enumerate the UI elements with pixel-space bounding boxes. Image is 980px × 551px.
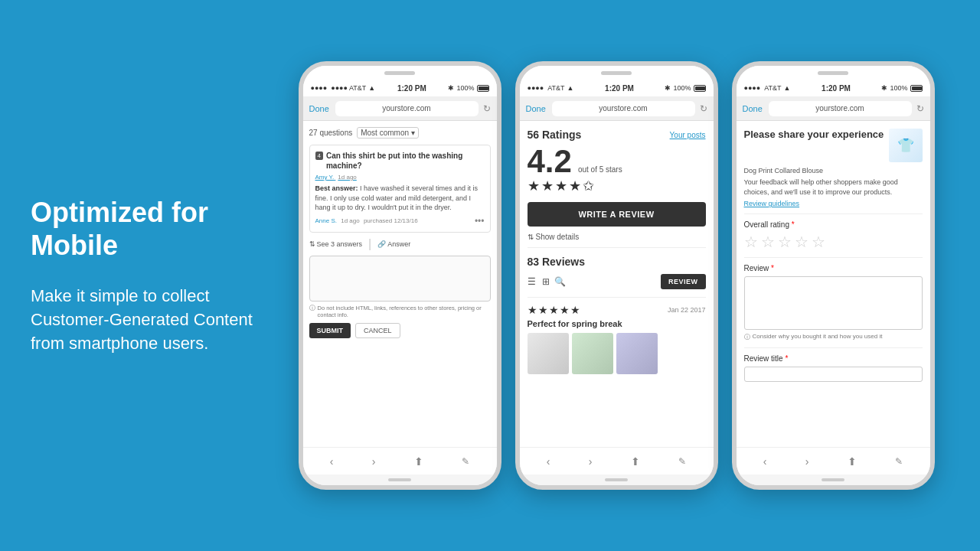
browser-url-bar-1[interactable]: yourstore.com	[335, 101, 479, 116]
your-posts-link[interactable]: Your posts	[670, 131, 706, 139]
left-panel: Optimized for Mobile Make it simple to c…	[31, 196, 260, 356]
time-3: 1:20 PM	[822, 84, 851, 93]
filter-icon-2[interactable]: ⊞	[542, 276, 550, 287]
qa-cancel-button[interactable]: CANCEL	[355, 323, 400, 338]
qa-answer-textarea[interactable]	[309, 256, 491, 302]
share-icon-3[interactable]: ⬆	[848, 455, 857, 468]
qa-disclaimer: ⓘ Do not include HTML, links, references…	[309, 305, 491, 318]
page-title: Optimized for Mobile	[31, 196, 260, 262]
battery-label-2: 100%	[673, 84, 691, 92]
browser-done-1[interactable]: Done	[309, 104, 331, 113]
big-rating-number: 4.2	[528, 145, 572, 178]
browser-url-text-3: yourstore.com	[815, 104, 864, 112]
review-headline: Perfect for spring break	[528, 319, 706, 328]
write-desc: Your feedback will help other shoppers m…	[744, 178, 923, 197]
bluetooth-icon-3: ✱	[881, 84, 887, 92]
phone-browser-bar-2: Done yourstore.com ↻	[520, 96, 714, 121]
time-1: 1:20 PM	[397, 84, 426, 93]
back-icon-2[interactable]: ‹	[547, 455, 550, 468]
forward-icon-3[interactable]: ›	[805, 455, 809, 468]
review-textarea[interactable]	[744, 276, 923, 330]
review-title-label: Review title *	[744, 354, 923, 363]
rev-star-3: ★	[549, 304, 559, 316]
see-answers-link[interactable]: ⇅ See 3 answers	[309, 240, 363, 248]
write-star-3[interactable]: ☆	[778, 233, 792, 251]
write-star-2[interactable]: ☆	[761, 233, 775, 251]
overall-rating-label: Overall rating *	[744, 220, 923, 229]
phone-top-bar-2	[520, 66, 714, 80]
qa-badge: 4	[315, 152, 323, 160]
phone-status-bar-1: ●●●● ●●●● AT&T ▲ 1:20 PM ✱ 100%	[303, 80, 497, 96]
overall-rating-field: Overall rating * ☆ ☆ ☆ ☆ ☆	[744, 214, 923, 251]
phone-content-ratings: 56 Ratings Your posts 4.2 out of 5 stars…	[520, 121, 714, 447]
filter-icon-1[interactable]: ☰	[528, 276, 536, 287]
reviews-toolbar: ☰ ⊞ 🔍 REVIEW	[528, 274, 706, 289]
battery-icon-1	[477, 85, 489, 92]
write-header: Please share your experience 👕	[744, 129, 923, 162]
qa-asker[interactable]: Amy Y. 1d ago	[315, 174, 485, 181]
refresh-icon-1[interactable]: ↻	[483, 103, 491, 114]
status-left-2: ●●●● AT&T ▲	[528, 84, 574, 92]
status-left-3: ●●●● AT&T ▲	[744, 84, 791, 92]
home-dot-2	[605, 478, 628, 481]
answer-link[interactable]: 🔗 Answer	[377, 240, 410, 248]
bookmark-icon-1[interactable]: ✎	[462, 456, 469, 467]
write-title: Please share your experience	[744, 129, 889, 142]
qa-content: 27 questions Most common ▾ 4 Can this sh…	[303, 121, 497, 344]
browser-done-3[interactable]: Done	[743, 104, 764, 113]
review-stars-date-row: ★ ★ ★ ★ ★ Jan 22 2017	[528, 304, 706, 316]
signal-3: ●●●●	[744, 84, 761, 92]
write-star-1[interactable]: ☆	[744, 233, 758, 251]
review-stars: ★ ★ ★ ★ ★	[528, 304, 580, 316]
home-dot-1	[388, 478, 411, 481]
back-icon-3[interactable]: ‹	[763, 455, 767, 468]
qa-submit-button[interactable]: SUBMIT	[309, 323, 351, 338]
search-icon[interactable]: 🔍	[554, 276, 566, 287]
phone-speaker-3	[818, 71, 848, 75]
refresh-icon-3[interactable]: ↻	[916, 103, 924, 114]
forward-icon-2[interactable]: ›	[589, 455, 593, 468]
star-2: ★	[541, 178, 554, 194]
qa-answerer[interactable]: Anne S. 1d ago purchased 12/13/16	[315, 217, 418, 224]
share-icon-1[interactable]: ⬆	[414, 455, 423, 468]
bookmark-icon-3[interactable]: ✎	[895, 456, 903, 467]
share-icon-2[interactable]: ⬆	[631, 455, 640, 468]
review-hint: ⓘ Consider why you bought it and how you…	[744, 333, 923, 341]
page-description: Make it simple to collect Customer-Gener…	[31, 285, 260, 355]
qa-asked-time: 1d ago	[338, 174, 356, 181]
rating-stars-row: ★ ★ ★ ★ ✩	[528, 178, 706, 194]
battery-label-3: 100%	[890, 84, 907, 92]
browser-done-2[interactable]: Done	[526, 104, 547, 113]
home-indicator-1	[303, 474, 497, 485]
ratings-header: 56 Ratings Your posts	[528, 129, 706, 141]
qa-count: 27 questions	[309, 129, 353, 137]
show-details-link[interactable]: ⇅ Show details	[528, 233, 706, 248]
rev-star-2: ★	[538, 304, 548, 316]
write-stars-row[interactable]: ☆ ☆ ☆ ☆ ☆	[744, 233, 923, 251]
back-icon-1[interactable]: ‹	[330, 455, 334, 468]
carrier-1: ●●●● AT&T	[331, 84, 366, 92]
browser-url-bar-3[interactable]: yourstore.com	[769, 101, 912, 116]
qa-question-item: 4 Can this shirt be put into the washing…	[309, 145, 491, 233]
qa-answer-text: Best answer: I have washed it several ti…	[315, 184, 485, 213]
write-star-4[interactable]: ☆	[795, 233, 808, 251]
review-guidelines-link[interactable]: Review guidelines	[744, 200, 923, 207]
phone-top-bar-3	[737, 66, 930, 80]
forward-icon-1[interactable]: ›	[372, 455, 376, 468]
qa-more-options-icon[interactable]: •••	[475, 216, 485, 227]
review-button[interactable]: REVIEW	[661, 274, 706, 289]
browser-url-bar-2[interactable]: yourstore.com	[552, 101, 695, 116]
big-rating-row: 4.2 out of 5 stars	[528, 145, 706, 178]
bookmark-icon-2[interactable]: ✎	[678, 456, 686, 467]
write-review-button[interactable]: WRITE A REVIEW	[528, 202, 706, 227]
phone-status-bar-3: ●●●● AT&T ▲ 1:20 PM ✱ 100%	[737, 80, 930, 96]
write-star-5[interactable]: ☆	[812, 233, 825, 251]
review-label: Review *	[744, 264, 923, 272]
phone-browser-bar-3: Done yourstore.com ↻	[737, 96, 930, 121]
info-icon-qa: ⓘ	[309, 305, 315, 312]
qa-filter[interactable]: Most common ▾	[357, 127, 419, 139]
refresh-icon-2[interactable]: ↻	[700, 103, 707, 114]
review-title-input[interactable]	[744, 367, 923, 382]
phone-speaker-1	[384, 71, 415, 75]
required-marker-1: *	[792, 220, 795, 229]
